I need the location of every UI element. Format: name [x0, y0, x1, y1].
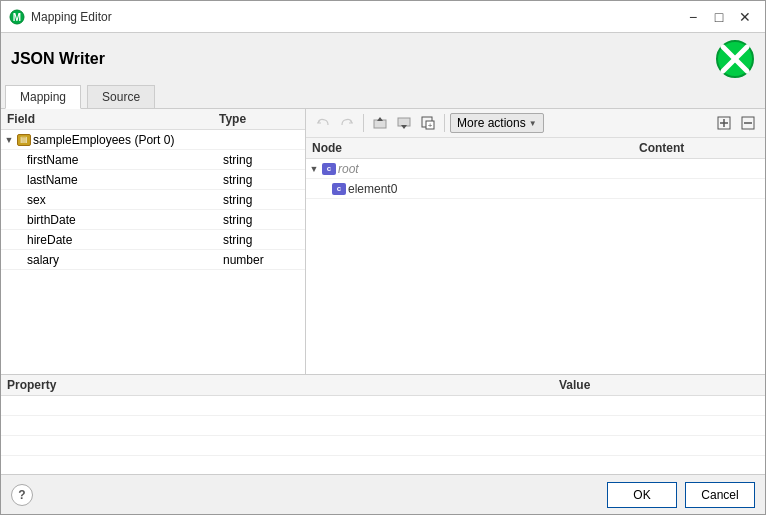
- dropdown-arrow-icon: ▼: [529, 119, 537, 128]
- content-column-header: Content: [639, 141, 759, 155]
- node-c-icon-root: c: [322, 163, 336, 175]
- tree-root-row[interactable]: ▼ ▤ sampleEmployees (Port 0): [1, 130, 305, 150]
- add-child-icon: +: [421, 116, 435, 130]
- property-header: Property Value: [1, 375, 765, 396]
- title-bar: M Mapping Editor − □ ✕: [1, 1, 765, 33]
- node-c-icon-element0: c: [332, 183, 346, 195]
- title-text: Mapping Editor: [31, 10, 112, 24]
- svg-text:+: +: [428, 121, 433, 130]
- svg-marker-6: [377, 117, 383, 121]
- move-up-icon: [373, 116, 387, 130]
- node-column-header: Node: [312, 141, 639, 155]
- left-panel-header: Field Type: [1, 109, 305, 130]
- minimize-button[interactable]: −: [681, 7, 705, 27]
- ok-button[interactable]: OK: [607, 482, 677, 508]
- value-column-header: Value: [559, 378, 759, 392]
- field-type-firstname: string: [223, 153, 303, 167]
- app-icon: M: [9, 9, 25, 25]
- property-column-header: Property: [7, 378, 559, 392]
- field-row-salary[interactable]: salary number: [1, 250, 305, 270]
- root-node-label: sampleEmployees (Port 0): [33, 133, 223, 147]
- field-type-hiredate: string: [223, 233, 303, 247]
- field-label-hiredate: hireDate: [27, 233, 223, 247]
- field-label-lastname: lastName: [27, 173, 223, 187]
- undo-icon: [316, 116, 330, 130]
- move-up-button[interactable]: [369, 112, 391, 134]
- tree-expand-icon[interactable]: ▼: [3, 134, 15, 146]
- prop-row-3: [1, 436, 765, 456]
- move-down-icon: [397, 116, 411, 130]
- toolbar: + More actions ▼: [306, 109, 765, 138]
- field-type-sex: string: [223, 193, 303, 207]
- field-label-birthdate: birthDate: [27, 213, 223, 227]
- more-actions-button[interactable]: More actions ▼: [450, 113, 544, 133]
- tab-mapping[interactable]: Mapping: [5, 85, 81, 109]
- remove-node-button[interactable]: [737, 112, 759, 134]
- element0-label: element0: [348, 182, 643, 196]
- svg-rect-7: [398, 118, 410, 126]
- right-tree-element0-row[interactable]: c element0: [306, 179, 765, 199]
- field-type-salary: number: [223, 253, 303, 267]
- prop-row-4: [1, 456, 765, 476]
- remove-node-icon: [741, 116, 755, 130]
- empty-field-rows: [1, 270, 305, 374]
- db-icon: ▤: [17, 134, 31, 146]
- toolbar-separator-2: [444, 114, 445, 132]
- field-label-salary: salary: [27, 253, 223, 267]
- right-panel-header: Node Content: [306, 138, 765, 159]
- type-column-header: Type: [219, 112, 299, 126]
- field-column-header: Field: [7, 112, 199, 126]
- footer-left: ?: [11, 484, 33, 506]
- maximize-button[interactable]: □: [707, 7, 731, 27]
- field-row-sex[interactable]: sex string: [1, 190, 305, 210]
- right-tree-root-row[interactable]: ▼ c root: [306, 159, 765, 179]
- help-button[interactable]: ?: [11, 484, 33, 506]
- tabs: Mapping Source: [1, 83, 765, 109]
- right-panel: + More actions ▼: [306, 109, 765, 374]
- window-title-area: JSON Writer: [1, 33, 765, 83]
- property-panel: Property Value: [1, 374, 765, 474]
- footer: ? OK Cancel: [1, 474, 765, 514]
- svg-marker-8: [401, 125, 407, 129]
- field-row-hiredate[interactable]: hireDate string: [1, 230, 305, 250]
- mapping-editor-window: M Mapping Editor − □ ✕ JSON Writer Mappi…: [0, 0, 766, 515]
- add-node-button[interactable]: [713, 112, 735, 134]
- tab-source[interactable]: Source: [87, 85, 155, 108]
- title-controls: − □ ✕: [681, 7, 757, 27]
- field-row-birthdate[interactable]: birthDate string: [1, 210, 305, 230]
- left-panel: Field Type ▼ ▤ sampleEmployees (Port 0) …: [1, 109, 306, 374]
- right-tree-expand-icon[interactable]: ▼: [308, 163, 320, 175]
- redo-button[interactable]: [336, 112, 358, 134]
- right-tree: ▼ c root c element0: [306, 159, 765, 374]
- field-tree: ▼ ▤ sampleEmployees (Port 0) firstName s…: [1, 130, 305, 374]
- field-type-lastname: string: [223, 173, 303, 187]
- field-label-sex: sex: [27, 193, 223, 207]
- title-bar-left: M Mapping Editor: [9, 9, 112, 25]
- cancel-button[interactable]: Cancel: [685, 482, 755, 508]
- redo-icon: [340, 116, 354, 130]
- brand-icon: [715, 39, 755, 79]
- close-button[interactable]: ✕: [733, 7, 757, 27]
- add-node-icon: [717, 116, 731, 130]
- property-rows: [1, 396, 765, 476]
- root-node-label: root: [338, 162, 643, 176]
- empty-right-rows: [306, 199, 765, 374]
- field-label-firstname: firstName: [27, 153, 223, 167]
- toolbar-separator-1: [363, 114, 364, 132]
- window-title: JSON Writer: [11, 50, 105, 68]
- field-type-birthdate: string: [223, 213, 303, 227]
- field-row-firstname[interactable]: firstName string: [1, 150, 305, 170]
- more-actions-label: More actions: [457, 116, 526, 130]
- move-down-button[interactable]: [393, 112, 415, 134]
- prop-row-1: [1, 396, 765, 416]
- undo-button[interactable]: [312, 112, 334, 134]
- footer-right: OK Cancel: [607, 482, 755, 508]
- main-content: Field Type ▼ ▤ sampleEmployees (Port 0) …: [1, 109, 765, 374]
- prop-row-2: [1, 416, 765, 436]
- field-row-lastname[interactable]: lastName string: [1, 170, 305, 190]
- svg-rect-5: [374, 120, 386, 128]
- svg-text:M: M: [13, 12, 21, 23]
- add-child-button[interactable]: +: [417, 112, 439, 134]
